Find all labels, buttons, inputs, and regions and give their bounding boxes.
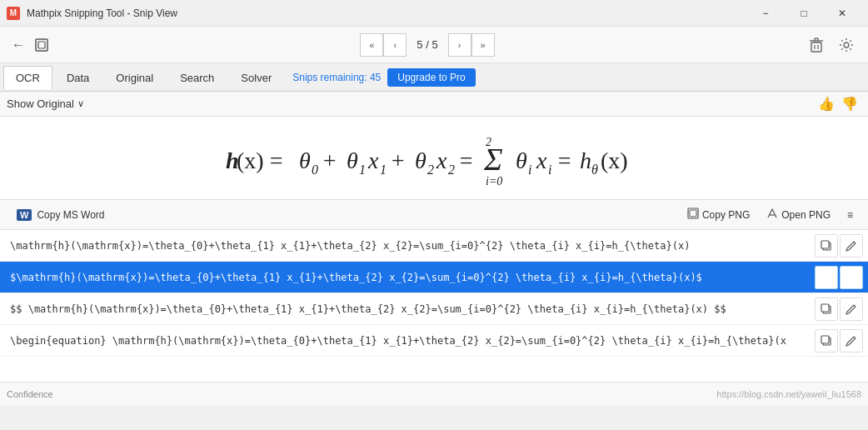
close-button[interactable]: ✕ xyxy=(823,0,861,27)
svg-text:θ: θ xyxy=(415,148,427,173)
page-indicator: 5 / 5 xyxy=(407,38,447,51)
show-original-toggle[interactable]: Show Original ∨ xyxy=(7,98,84,110)
edit-inline-button[interactable] xyxy=(840,234,863,258)
svg-text:1: 1 xyxy=(359,162,366,177)
svg-point-9 xyxy=(844,42,849,48)
svg-rect-37 xyxy=(690,210,696,217)
copy-double-dollar-button[interactable] xyxy=(815,298,838,321)
svg-rect-2 xyxy=(811,42,821,52)
svg-text:θ: θ xyxy=(516,148,527,173)
svg-text:+: + xyxy=(322,148,337,173)
svg-text:=: = xyxy=(556,148,572,173)
tab-ocr[interactable]: OCR xyxy=(3,66,52,89)
tab-data[interactable]: Data xyxy=(54,66,102,89)
svg-text:2: 2 xyxy=(486,136,491,148)
nav-group-right: › » xyxy=(448,33,495,57)
open-png-icon xyxy=(766,208,778,222)
svg-text:2: 2 xyxy=(448,162,455,177)
svg-text:2: 2 xyxy=(427,162,434,177)
main-content: Show Original ∨ 👍 👎 h (x) = θ 0 + θ 1 x … xyxy=(0,92,868,405)
svg-rect-42 xyxy=(821,272,829,280)
formula-text-double-dollar: $$ \mathrm{h}(\mathrm{x})=\theta_{0}+\th… xyxy=(0,297,810,322)
svg-text:θ: θ xyxy=(299,148,311,173)
thumbdown-button[interactable]: 👎 xyxy=(838,92,861,116)
copy-inline-button[interactable] xyxy=(815,234,838,258)
svg-text:θ: θ xyxy=(347,148,358,173)
title-bar: M Mathpix Snipping Tool - Snip View − □ … xyxy=(0,0,868,27)
math-formula-svg: h (x) = θ 0 + θ 1 x 1 + θ 2 x 2 = Σ 2 i=… xyxy=(217,127,651,189)
edit-double-dollar-button[interactable] xyxy=(840,298,863,321)
nav-first-button[interactable]: « xyxy=(360,33,383,57)
delete-button[interactable] xyxy=(801,30,831,60)
svg-text:x: x xyxy=(536,148,547,173)
back-button[interactable]: ← xyxy=(7,33,30,57)
svg-text:x: x xyxy=(367,148,379,173)
confidence-bar: Confidence https://blog.csdn.net/yaweil_… xyxy=(0,382,868,405)
open-png-button[interactable]: Open PNG xyxy=(758,204,839,225)
copy-equation-button[interactable] xyxy=(815,329,838,352)
formula-text-inline: \mathrm{h}(\mathrm{x})=\theta_{0}+\theta… xyxy=(0,233,810,258)
formula-actions-equation xyxy=(810,329,868,352)
svg-rect-40 xyxy=(821,241,829,248)
svg-rect-1 xyxy=(38,42,45,48)
nav-prev-button[interactable]: ‹ xyxy=(383,33,407,57)
settings-button[interactable] xyxy=(831,30,861,60)
copy-png-icon xyxy=(687,208,699,222)
copy-ms-word-label: Copy MS Word xyxy=(37,209,104,221)
copy-settings-icon: ≡ xyxy=(847,209,853,221)
word-icon: W xyxy=(17,209,32,221)
edit-equation-button[interactable] xyxy=(840,329,863,352)
copy-dollar-button[interactable] xyxy=(815,266,838,289)
show-original-bar: Show Original ∨ 👍 👎 xyxy=(0,92,868,117)
open-png-label: Open PNG xyxy=(781,209,831,221)
nav-group: « ‹ xyxy=(360,33,407,57)
tab-search[interactable]: Search xyxy=(167,66,227,89)
copy-settings-button[interactable]: ≡ xyxy=(839,206,861,224)
copy-png-button[interactable]: Copy PNG xyxy=(679,204,758,225)
copy-png-label: Copy PNG xyxy=(702,209,750,221)
svg-text:+: + xyxy=(390,148,406,173)
formula-actions-double-dollar xyxy=(810,298,868,321)
main-toolbar: ← « ‹ 5 / 5 › » xyxy=(0,27,868,63)
confidence-label: Confidence xyxy=(7,389,53,399)
formula-text-equation: \begin{equation} \mathrm{h}(\mathrm{x})=… xyxy=(0,328,810,353)
app-icon: M xyxy=(7,7,20,20)
formula-row-inline[interactable]: \mathrm{h}(\mathrm{x})=\theta_{0}+\theta… xyxy=(0,230,868,262)
formula-row-double-dollar[interactable]: $$ \mathrm{h}(\mathrm{x})=\theta_{0}+\th… xyxy=(0,293,868,325)
nav-next-button[interactable]: › xyxy=(448,33,471,57)
svg-text:i: i xyxy=(548,162,551,177)
formula-row-equation[interactable]: \begin{equation} \mathrm{h}(\mathrm{x})=… xyxy=(0,325,868,357)
formula-actions-dollar xyxy=(810,266,868,289)
svg-text:0: 0 xyxy=(312,162,318,177)
svg-text:(x): (x) xyxy=(601,148,628,173)
svg-text:i=0: i=0 xyxy=(486,175,502,188)
formula-list: \mathrm{h}(\mathrm{x})=\theta_{0}+\theta… xyxy=(0,230,868,382)
maximize-button[interactable]: □ xyxy=(785,0,823,27)
edit-dollar-button[interactable] xyxy=(840,266,863,289)
frame-button[interactable] xyxy=(30,33,53,57)
nav-last-button[interactable]: » xyxy=(471,33,495,57)
copy-toolbar: W Copy MS Word Copy PNG Open PNG ≡ xyxy=(0,200,868,230)
window-controls: − □ ✕ xyxy=(746,0,861,27)
svg-rect-46 xyxy=(821,336,829,343)
minimize-button[interactable]: − xyxy=(746,0,785,27)
formula-row-dollar[interactable]: $\mathrm{h}(\mathrm{x})=\theta_{0}+\thet… xyxy=(0,262,868,293)
svg-text:1: 1 xyxy=(380,162,387,177)
chevron-down-icon: ∨ xyxy=(77,98,84,109)
formula-actions-inline xyxy=(810,234,868,258)
snips-remaining: Snips remaining: 45 xyxy=(292,72,381,83)
tab-original[interactable]: Original xyxy=(103,66,166,89)
svg-rect-44 xyxy=(821,304,829,312)
math-preview: h (x) = θ 0 + θ 1 x 1 + θ 2 x 2 = Σ 2 i=… xyxy=(0,117,868,200)
copy-ms-word-button[interactable]: W Copy MS Word xyxy=(7,206,115,224)
svg-text:θ: θ xyxy=(591,162,598,177)
show-original-label: Show Original xyxy=(7,98,74,110)
svg-rect-0 xyxy=(36,39,47,51)
tab-solver[interactable]: Solver xyxy=(228,66,284,89)
svg-text:i: i xyxy=(528,162,531,177)
thumbup-button[interactable]: 👍 xyxy=(815,92,838,116)
title-text: Mathpix Snipping Tool - Snip View xyxy=(27,8,746,19)
upgrade-button[interactable]: Upgrade to Pro xyxy=(387,68,475,87)
svg-text:(x) =: (x) = xyxy=(237,148,282,173)
svg-text:x: x xyxy=(436,148,447,173)
